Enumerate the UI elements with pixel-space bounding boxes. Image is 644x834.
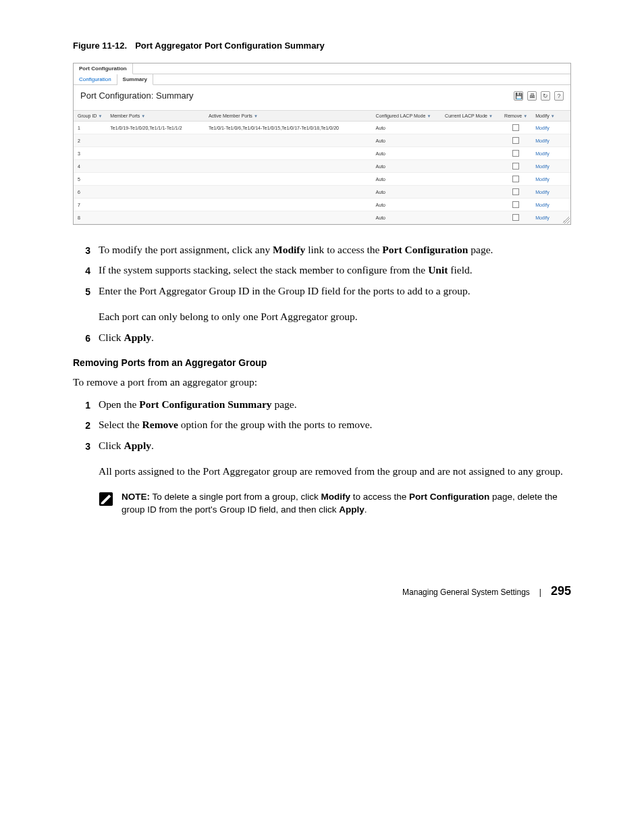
cell-remove xyxy=(500,173,531,186)
remove-checkbox[interactable] xyxy=(512,188,519,195)
note-block: NOTE: To delete a single port from a gro… xyxy=(99,490,571,517)
table-row: 6AutoModify xyxy=(74,186,570,199)
footer-separator: | xyxy=(539,588,541,597)
modify-link[interactable]: Modify xyxy=(535,177,549,182)
remove-checkbox[interactable] xyxy=(512,137,519,144)
cell-active-member-ports xyxy=(205,199,372,211)
table-row: 8AutoModify xyxy=(74,211,570,224)
cell-configured-lacp: Auto xyxy=(372,199,441,211)
remove-checkbox[interactable] xyxy=(512,150,519,157)
screenshot-top-tabs: Port Configuration xyxy=(74,63,570,74)
save-icon[interactable]: 💾 xyxy=(514,91,523,101)
remove-checkbox[interactable] xyxy=(512,201,519,208)
remove-checkbox[interactable] xyxy=(512,214,519,221)
section-heading-removing: Removing Ports from an Aggregator Group xyxy=(73,357,571,368)
steps-list-1: 3 To modify the port assignment, click a… xyxy=(73,242,571,298)
remove-checkbox[interactable] xyxy=(512,124,519,131)
modify-link[interactable]: Modify xyxy=(535,203,549,207)
table-row: 3AutoModify xyxy=(74,147,570,160)
cell-modify: Modify xyxy=(531,160,570,173)
step-text: Click Apply. xyxy=(99,438,571,453)
cell-modify: Modify xyxy=(531,134,570,147)
step-text: If the system supports stacking, select … xyxy=(99,263,571,278)
footer-text: Managing General System Settings xyxy=(402,588,530,597)
screenshot-header: Port Configuration: Summary 💾 🖶 ↻ ? xyxy=(74,85,570,111)
step-number: 5 xyxy=(73,284,90,298)
cell-remove xyxy=(500,160,531,173)
page-footer: Managing General System Settings | 295 xyxy=(73,584,571,598)
help-icon[interactable]: ? xyxy=(554,91,564,101)
cell-active-member-ports xyxy=(205,147,372,160)
cell-configured-lacp: Auto xyxy=(372,186,441,199)
toolbar-icons: 💾 🖶 ↻ ? xyxy=(514,91,564,101)
cell-remove xyxy=(500,199,531,211)
cell-active-member-ports xyxy=(205,134,372,147)
col-member-ports[interactable]: Member Ports▼ xyxy=(106,111,205,122)
tab-port-configuration[interactable]: Port Configuration xyxy=(74,63,133,74)
table-row: 1Te1/0/19-Te1/0/20,Te1/1/1-Te1/1/2Te1/0/… xyxy=(74,122,570,134)
cell-remove xyxy=(500,134,531,147)
cell-remove xyxy=(500,147,531,160)
cell-modify: Modify xyxy=(531,173,570,186)
cell-modify: Modify xyxy=(531,122,570,134)
step-text: Enter the Port Aggregator Group ID in th… xyxy=(99,284,571,298)
step-text: To modify the port assignment, click any… xyxy=(99,242,571,257)
steps-list-1b: 6 Click Apply. xyxy=(73,330,571,345)
figure-caption: Figure 11-12.Port Aggregator Port Config… xyxy=(73,41,571,51)
cell-configured-lacp: Auto xyxy=(372,134,441,147)
remove-checkbox[interactable] xyxy=(512,176,519,182)
step-text: Open the Port Configuration Summary page… xyxy=(99,397,571,412)
cell-current-lacp xyxy=(441,199,500,211)
modify-link[interactable]: Modify xyxy=(535,215,549,220)
figure-label: Figure 11-12. xyxy=(73,41,127,51)
cell-current-lacp xyxy=(441,211,500,224)
modify-link[interactable]: Modify xyxy=(535,138,549,143)
modify-link[interactable]: Modify xyxy=(535,126,549,130)
col-configured-lacp[interactable]: Configured LACP Mode▼ xyxy=(372,111,441,122)
cell-current-lacp xyxy=(441,160,500,173)
step-2-2: 2 Select the Remove option for the group… xyxy=(73,417,571,432)
step-3: 3 To modify the port assignment, click a… xyxy=(73,242,571,257)
step-number: 1 xyxy=(73,397,90,412)
modify-link[interactable]: Modify xyxy=(535,151,549,156)
step-number: 4 xyxy=(73,263,90,278)
step-text: Click Apply. xyxy=(99,330,571,345)
step-2-3: 3 Click Apply. xyxy=(73,438,571,453)
col-current-lacp[interactable]: Current LACP Mode▼ xyxy=(441,111,500,122)
screenshot-sub-tabs: Configuration Summary xyxy=(74,74,570,85)
subtab-summary[interactable]: Summary xyxy=(117,74,153,85)
cell-group-id: 1 xyxy=(74,122,106,134)
remove-checkbox[interactable] xyxy=(512,163,519,170)
cell-current-lacp xyxy=(441,186,500,199)
cell-group-id: 7 xyxy=(74,199,106,211)
cell-active-member-ports xyxy=(205,173,372,186)
col-active-member-ports[interactable]: Active Member Ports▼ xyxy=(205,111,372,122)
cell-configured-lacp: Auto xyxy=(372,173,441,186)
cell-active-member-ports xyxy=(205,211,372,224)
cell-current-lacp xyxy=(441,122,500,134)
cell-modify: Modify xyxy=(531,186,570,199)
print-icon[interactable]: 🖶 xyxy=(527,91,537,101)
col-remove[interactable]: Remove▼ xyxy=(500,111,531,122)
subtab-configuration[interactable]: Configuration xyxy=(74,74,117,84)
cell-group-id: 2 xyxy=(74,134,106,147)
resize-grip-icon xyxy=(563,217,570,224)
refresh-icon[interactable]: ↻ xyxy=(541,91,550,101)
cell-member-ports xyxy=(106,211,205,224)
step-number: 6 xyxy=(73,330,90,345)
cell-member-ports xyxy=(106,173,205,186)
table-row: 7AutoModify xyxy=(74,199,570,211)
cell-active-member-ports: Te1/0/1-Te1/0/6,Te1/0/14-Te1/0/15,Te1/0/… xyxy=(205,122,372,134)
step-6: 6 Click Apply. xyxy=(73,330,571,345)
figure-title: Port Aggregator Port Configuration Summa… xyxy=(135,41,324,51)
col-modify[interactable]: Modify▼ xyxy=(531,111,570,122)
col-group-id[interactable]: Group ID▼ xyxy=(74,111,106,122)
cell-member-ports xyxy=(106,199,205,211)
modify-link[interactable]: Modify xyxy=(535,190,549,194)
cell-active-member-ports xyxy=(205,186,372,199)
cell-remove xyxy=(500,122,531,134)
cell-member-ports xyxy=(106,186,205,199)
cell-configured-lacp: Auto xyxy=(372,122,441,134)
modify-link[interactable]: Modify xyxy=(535,164,549,169)
cell-modify: Modify xyxy=(531,147,570,160)
